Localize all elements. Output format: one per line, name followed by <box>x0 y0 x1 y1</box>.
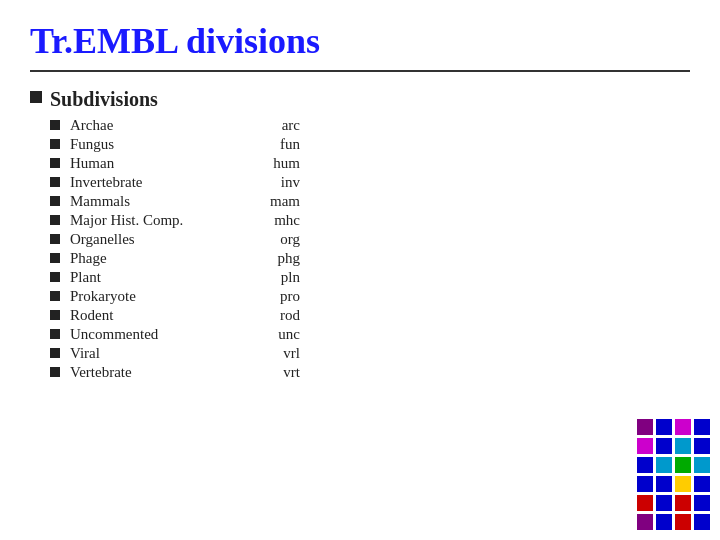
main-bullet <box>30 91 42 103</box>
sub-bullet <box>50 348 60 358</box>
colored-square <box>637 457 653 473</box>
colored-square <box>675 457 691 473</box>
list-item: Mammalsmam <box>50 193 300 210</box>
sub-bullet <box>50 291 60 301</box>
item-name: Invertebrate <box>70 174 250 191</box>
sub-bullet <box>50 158 60 168</box>
item-name: Major Hist. Comp. <box>70 212 250 229</box>
items-list: ArchaearcFungusfunHumanhumInvertebratein… <box>50 117 300 383</box>
colored-squares <box>637 419 710 530</box>
sub-bullet <box>50 177 60 187</box>
item-name: Archae <box>70 117 250 134</box>
list-item: Archaearc <box>50 117 300 134</box>
item-code: vrt <box>250 364 300 381</box>
divider <box>30 70 690 72</box>
item-name: Plant <box>70 269 250 286</box>
item-code: pln <box>250 269 300 286</box>
sub-bullet <box>50 253 60 263</box>
item-code: arc <box>250 117 300 134</box>
colored-square <box>637 419 653 435</box>
list-item: Invertebrateinv <box>50 174 300 191</box>
colored-square <box>694 514 710 530</box>
sub-bullet <box>50 310 60 320</box>
colored-square <box>637 438 653 454</box>
list-item: Humanhum <box>50 155 300 172</box>
colored-square <box>656 419 672 435</box>
list-item: Rodentrod <box>50 307 300 324</box>
sub-bullet <box>50 196 60 206</box>
main-section: Subdivisions ArchaearcFungusfunHumanhumI… <box>30 88 690 383</box>
item-name: Uncommented <box>70 326 250 343</box>
colored-square <box>656 476 672 492</box>
page: Tr.EMBL divisions Subdivisions Archaearc… <box>0 0 720 540</box>
colored-square <box>675 495 691 511</box>
sub-bullet <box>50 367 60 377</box>
colored-square <box>694 438 710 454</box>
sub-bullet <box>50 139 60 149</box>
item-code: vrl <box>250 345 300 362</box>
sub-bullet <box>50 329 60 339</box>
list-item: Vertebratevrt <box>50 364 300 381</box>
item-name: Human <box>70 155 250 172</box>
item-code: pro <box>250 288 300 305</box>
sub-bullet <box>50 215 60 225</box>
item-code: mhc <box>250 212 300 229</box>
page-title: Tr.EMBL divisions <box>30 20 690 62</box>
list-item: Organellesorg <box>50 231 300 248</box>
item-code: phg <box>250 250 300 267</box>
item-name: Rodent <box>70 307 250 324</box>
item-code: rod <box>250 307 300 324</box>
item-code: org <box>250 231 300 248</box>
colored-square <box>637 514 653 530</box>
item-name: Prokaryote <box>70 288 250 305</box>
colored-square <box>656 495 672 511</box>
item-code: fun <box>250 136 300 153</box>
list-item: Plantpln <box>50 269 300 286</box>
list-item: Major Hist. Comp.mhc <box>50 212 300 229</box>
colored-square <box>675 514 691 530</box>
list-item: Phagephg <box>50 250 300 267</box>
item-name: Vertebrate <box>70 364 250 381</box>
item-name: Phage <box>70 250 250 267</box>
colored-square <box>656 438 672 454</box>
item-name: Mammals <box>70 193 250 210</box>
colored-square <box>675 438 691 454</box>
item-name: Viral <box>70 345 250 362</box>
item-code: hum <box>250 155 300 172</box>
colored-square <box>656 457 672 473</box>
sub-bullet <box>50 120 60 130</box>
colored-square <box>694 476 710 492</box>
item-code: mam <box>250 193 300 210</box>
colored-square <box>675 476 691 492</box>
list-item: Uncommentedunc <box>50 326 300 343</box>
item-name: Organelles <box>70 231 250 248</box>
item-code: inv <box>250 174 300 191</box>
sub-bullet <box>50 272 60 282</box>
list-item: Fungusfun <box>50 136 300 153</box>
colored-square <box>637 495 653 511</box>
subdivisions-content: Subdivisions ArchaearcFungusfunHumanhumI… <box>50 88 300 383</box>
item-code: unc <box>250 326 300 343</box>
colored-square <box>694 457 710 473</box>
list-item: Prokaryotepro <box>50 288 300 305</box>
sub-bullet <box>50 234 60 244</box>
colored-square <box>656 514 672 530</box>
colored-square <box>637 476 653 492</box>
list-item: Viralvrl <box>50 345 300 362</box>
section-label: Subdivisions <box>50 88 300 111</box>
colored-square <box>694 419 710 435</box>
colored-square <box>694 495 710 511</box>
colored-square <box>675 419 691 435</box>
item-name: Fungus <box>70 136 250 153</box>
